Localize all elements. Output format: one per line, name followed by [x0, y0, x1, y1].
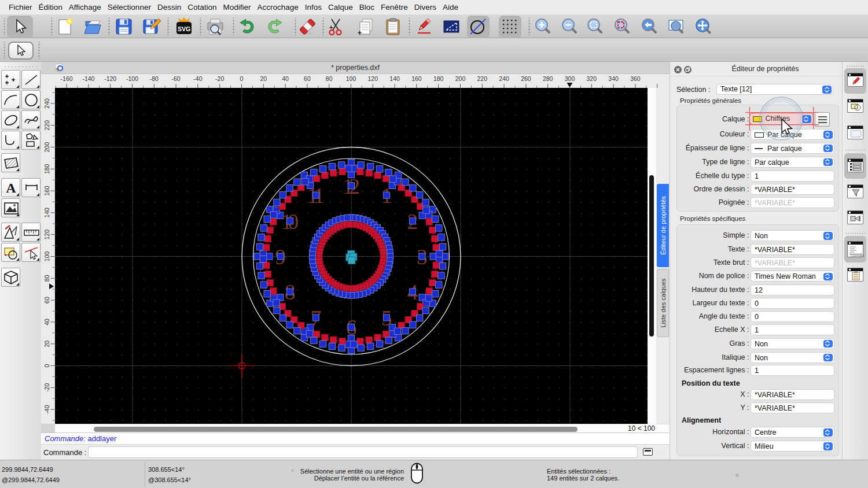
svg-text:20: 20 [43, 341, 50, 347]
svg-text:0: 0 [43, 364, 50, 367]
svg-text:120: 120 [368, 75, 378, 82]
svg-text:-120: -120 [104, 75, 116, 82]
svg-text:A: A [6, 180, 16, 195]
svg-text:SVG: SVG [178, 25, 190, 32]
svg-text:240: 240 [43, 98, 50, 109]
svg-text:140: 140 [43, 208, 50, 218]
svg-text:80: 80 [326, 75, 333, 82]
svg-text:-80: -80 [150, 75, 159, 82]
svg-text:180: 180 [43, 164, 50, 174]
svg-text:60: 60 [43, 297, 50, 304]
svg-text:40: 40 [43, 319, 50, 326]
svg-text:220: 220 [43, 120, 50, 131]
svg-text:260: 260 [521, 75, 531, 82]
svg-text:320: 320 [587, 75, 597, 82]
svg-text:20: 20 [260, 75, 267, 82]
svg-text:240: 240 [499, 75, 509, 82]
svg-text:160: 160 [411, 75, 422, 82]
svg-text:140: 140 [389, 75, 400, 82]
svg-text:-140: -140 [82, 75, 94, 82]
svg-text:360: 360 [630, 75, 641, 82]
svg-text:-160: -160 [61, 75, 73, 82]
svg-text:+: + [329, 24, 333, 31]
svg-text:0: 0 [240, 75, 244, 82]
svg-text:-20: -20 [43, 383, 50, 392]
svg-text:160: 160 [43, 186, 50, 196]
svg-text:220: 220 [477, 75, 488, 82]
svg-text:-40: -40 [43, 405, 50, 413]
svg-text:-100: -100 [126, 75, 138, 82]
svg-text:c command: c command [851, 254, 864, 257]
svg-text:280: 280 [543, 75, 553, 82]
svg-text:-20: -20 [215, 75, 224, 82]
svg-text:40: 40 [282, 75, 289, 82]
svg-text:100: 100 [43, 252, 50, 262]
svg-text:60: 60 [304, 75, 311, 82]
svg-text:120: 120 [43, 230, 50, 240]
svg-text:300: 300 [565, 75, 575, 82]
svg-text:340: 340 [608, 75, 619, 82]
svg-text:-40: -40 [193, 75, 202, 82]
svg-text:200: 200 [43, 142, 50, 153]
svg-text:-60: -60 [172, 75, 181, 82]
svg-text:180: 180 [433, 75, 444, 82]
svg-text:200: 200 [455, 75, 466, 82]
svg-text:100: 100 [346, 75, 356, 82]
svg-text:80: 80 [43, 275, 50, 282]
svg-text:+: + [358, 29, 362, 36]
